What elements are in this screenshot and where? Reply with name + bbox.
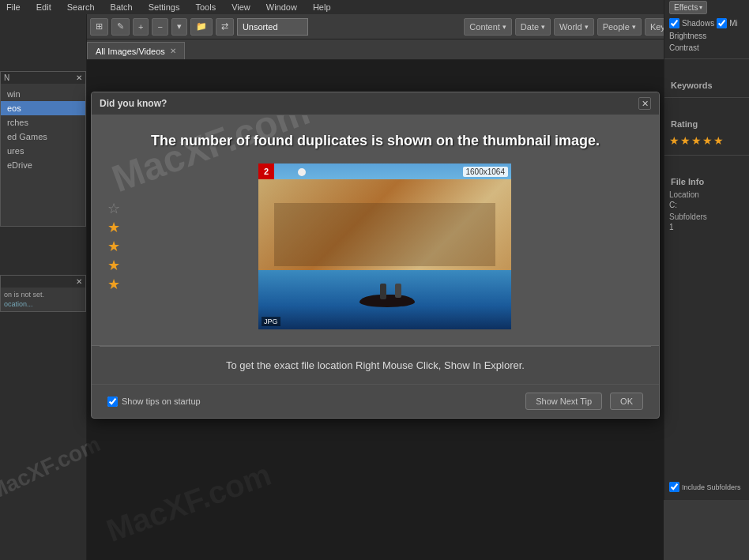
menu-search[interactable]: Search (64, 2, 98, 12)
content-dropdown[interactable]: Content (464, 18, 512, 36)
rating-section-label: Rating (664, 115, 749, 131)
menu-settings[interactable]: Settings (145, 2, 183, 12)
include-subfolders-row: Include Subfolders (664, 480, 749, 494)
modal-header: Did you know? ✕ (92, 92, 659, 115)
did-you-know-modal: Did you know? ✕ MacXF.com The number of … (91, 92, 660, 419)
bg-window-1-close[interactable]: ✕ (76, 73, 82, 82)
thumbnail-image: 1600x1064 2 JPG (258, 163, 511, 329)
thumbnail-stars: ☆ ★ ★ ★ ★ (107, 200, 120, 293)
include-subfolders-label: Include Subfolders (682, 483, 741, 491)
toolbar-arrow-btn[interactable]: ▾ (171, 18, 187, 36)
star-1[interactable]: ★ (669, 134, 679, 147)
bg-window-1: N ✕ win eos rches ed Games ures eDrive (0, 71, 86, 227)
rating-stars: ★ ★ ★ ★ ★ (664, 131, 749, 150)
file-info-label: File Info (664, 172, 749, 189)
world-dropdown[interactable]: World (554, 18, 594, 36)
star-3[interactable]: ★ (691, 134, 702, 147)
subfolders-value: 1 (664, 223, 749, 233)
sidebar-item-ures[interactable]: ures (1, 144, 85, 158)
bg-window-2-close[interactable]: ✕ (76, 277, 82, 286)
tab-all-images[interactable]: All Images/Videos ✕ (87, 42, 185, 59)
location-link[interactable]: ocation... (4, 300, 82, 308)
menu-window[interactable]: Window (263, 2, 300, 12)
bg-window-2: ✕ on is not set. ocation... (0, 275, 86, 312)
people-dropdown[interactable]: People (597, 18, 642, 36)
star-empty: ☆ (107, 200, 120, 217)
thumbnail-dimension-label: 1600x1064 (463, 167, 509, 177)
effects-btn[interactable]: Effects (669, 1, 707, 14)
menu-edit[interactable]: Edit (33, 2, 55, 12)
menu-view[interactable]: View (228, 2, 254, 12)
location-label: Location (664, 189, 749, 201)
toolbar-grid-btn[interactable]: ⊞ (90, 18, 108, 36)
keywords-section-label: Keywords (664, 76, 749, 92)
menu-file[interactable]: File (3, 2, 24, 12)
thumbnail-badge: 2 (258, 163, 274, 179)
star-2[interactable]: ★ (680, 134, 691, 147)
thumb-star-2: ★ (107, 219, 120, 236)
toolbar-minus-btn[interactable]: − (152, 18, 167, 36)
show-tips-checkbox[interactable] (107, 397, 118, 407)
brightness-label: Brightness (664, 30, 749, 42)
include-subfolders-checkbox[interactable] (669, 482, 679, 492)
menu-help[interactable]: Help (310, 2, 334, 12)
location-not-set: on is not set. (4, 291, 82, 299)
toolbar: ⊞ ✎ + − ▾ 📁 ⇄ Content Date World People … (87, 14, 749, 39)
ok-btn[interactable]: OK (610, 393, 643, 410)
show-next-tip-btn[interactable]: Show Next Tip (525, 393, 602, 410)
toolbar-folder-btn[interactable]: 📁 (190, 18, 213, 36)
thumbnail-format-label: JPG (262, 317, 280, 326)
contrast-label: Contrast (664, 42, 749, 54)
date-dropdown[interactable]: Date (515, 18, 551, 36)
thumb-star-5: ★ (107, 276, 120, 293)
bg-window-1-title: N (4, 73, 9, 82)
sidebar-item-eos[interactable]: eos (1, 101, 85, 115)
tab-close-btn[interactable]: ✕ (170, 47, 176, 55)
shadows-row: Shadows Mi (664, 17, 749, 30)
tip-area: MacXF.com The number of found duplicates… (92, 115, 659, 346)
sidebar-item-edrive[interactable]: eDrive (1, 158, 85, 172)
main-content: MacXF.com Did you know? ✕ MacXF.com The … (87, 60, 664, 560)
star-4[interactable]: ★ (702, 134, 713, 147)
modal-close-btn[interactable]: ✕ (638, 97, 651, 110)
sidebar-item-games[interactable]: ed Games (1, 130, 85, 144)
star-5[interactable]: ★ (713, 134, 724, 147)
tip-bottom-text: To get the exact file location Right Mou… (92, 347, 659, 385)
toolbar-plus-btn[interactable]: + (133, 18, 149, 36)
menu-batch[interactable]: Batch (107, 2, 136, 12)
sidebar-item-win[interactable]: win (1, 87, 85, 101)
sidebar-item-rches[interactable]: rches (1, 115, 85, 130)
toolbar-move-btn[interactable]: ⇄ (216, 18, 234, 36)
menu-bar: File Edit Search Batch Settings Tools Vi… (0, 0, 749, 14)
modal-footer: Show tips on startup Show Next Tip OK (92, 385, 659, 418)
toolbar-pencil-btn[interactable]: ✎ (111, 18, 130, 36)
thumbnail-wrapper: 1600x1064 2 JPG (258, 163, 511, 329)
location-value: C: (664, 201, 749, 211)
right-panel: People Actions Enhance Crop Effects Shad… (664, 0, 749, 500)
tab-bar: All Images/Videos ✕ (87, 39, 749, 60)
show-tips-label[interactable]: Show tips on startup (107, 397, 201, 407)
tip-text: The number of found duplicates is shown … (107, 131, 643, 151)
shadows-checkbox[interactable] (669, 18, 679, 28)
menu-tools[interactable]: Tools (192, 2, 219, 12)
mi-checkbox[interactable] (717, 18, 727, 28)
subfolders-label: Subfolders (664, 211, 749, 223)
thumb-star-4: ★ (107, 257, 120, 274)
modal-overlay: Did you know? ✕ MacXF.com The number of … (87, 60, 664, 560)
modal-title: Did you know? (100, 98, 167, 109)
unsorted-input[interactable] (237, 18, 308, 36)
thumb-star-3: ★ (107, 238, 120, 255)
